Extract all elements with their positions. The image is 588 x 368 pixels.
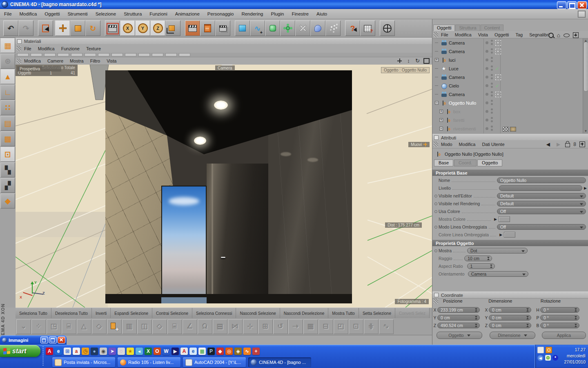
attr-menu-item[interactable]: Dati Utente bbox=[482, 142, 505, 147]
colore-linea-swatch[interactable] bbox=[504, 232, 515, 238]
manager-tab[interactable]: Struttura bbox=[455, 25, 480, 31]
home-icon[interactable]: ⌂ bbox=[557, 32, 560, 38]
object-name[interactable]: Camera bbox=[449, 75, 465, 80]
camera-select-button[interactable] bbox=[105, 20, 120, 36]
quick-launch-icon[interactable]: ◂ bbox=[136, 348, 143, 355]
applica-button[interactable]: Applica bbox=[542, 332, 586, 339]
quick-launch-icon[interactable]: ⊞ bbox=[64, 348, 71, 355]
materials-menu-item[interactable]: Texture bbox=[86, 46, 101, 51]
rot-p-input[interactable]: 0 ° bbox=[540, 315, 579, 321]
mode-axis-button[interactable]: ∟ bbox=[0, 85, 15, 100]
menu-item[interactable]: Personaggio bbox=[207, 11, 234, 16]
layout-icon[interactable] bbox=[578, 11, 586, 18]
plus-box-icon[interactable] bbox=[573, 32, 579, 38]
add-particles-button[interactable] bbox=[325, 20, 341, 36]
immagini-close-button[interactable] bbox=[58, 337, 65, 343]
object-row[interactable]: Camera bbox=[432, 73, 588, 81]
object-state-icon[interactable] bbox=[495, 109, 500, 114]
expand-toggle[interactable]: − bbox=[439, 127, 443, 130]
attr-menu-item[interactable]: Modo bbox=[441, 142, 452, 147]
usa-colore-select[interactable]: Off bbox=[497, 209, 586, 214]
taskbar-clock[interactable]: 17.27 mercoledì 27/01/2010 bbox=[559, 347, 586, 365]
quick-launch-icon[interactable]: ▦ bbox=[198, 348, 206, 355]
render-visibility-dots[interactable] bbox=[491, 126, 493, 132]
object-name[interactable]: faretti bbox=[453, 118, 465, 123]
lock-icon[interactable] bbox=[565, 143, 570, 147]
quick-launch-icon[interactable]: O bbox=[154, 348, 161, 355]
expand-toggle[interactable]: − bbox=[435, 101, 439, 105]
render-settings-button[interactable] bbox=[200, 20, 215, 36]
add-array-button[interactable] bbox=[280, 20, 295, 36]
selection-command-button[interactable]: Espandi Selezione bbox=[111, 308, 152, 319]
tray-clock-icon[interactable] bbox=[546, 347, 552, 353]
mostra-colore-swatch[interactable] bbox=[499, 216, 510, 222]
materials-strip[interactable] bbox=[16, 53, 432, 57]
render-visibility-dots[interactable] bbox=[491, 91, 493, 98]
quick-launch-icon[interactable]: X bbox=[145, 348, 152, 355]
immagini-maximize-button[interactable] bbox=[49, 337, 57, 343]
selection-command-button[interactable]: Converti Selez bbox=[395, 308, 430, 319]
structure-tool-button[interactable]: ▥ bbox=[122, 319, 137, 334]
zoom-view-icon[interactable]: ↕ bbox=[405, 58, 412, 64]
attribute-tab[interactable]: Coord. bbox=[454, 159, 477, 166]
add-spline-button[interactable]: ∿ bbox=[250, 20, 265, 36]
online-help-button[interactable] bbox=[380, 20, 395, 36]
quick-launch-icon[interactable]: ★ bbox=[127, 348, 134, 355]
rotate-view-icon[interactable]: ↻ bbox=[414, 58, 421, 64]
maximize-button[interactable] bbox=[567, 1, 577, 9]
quick-launch-icon[interactable]: ◉ bbox=[100, 348, 107, 355]
expand-toggle[interactable] bbox=[435, 75, 439, 79]
coordinate-system-button[interactable] bbox=[165, 20, 180, 36]
content-browser-button[interactable] bbox=[360, 20, 375, 36]
editor-visibility-dot[interactable] bbox=[486, 110, 488, 113]
structure-tool-button[interactable]: ⊹ bbox=[243, 319, 258, 334]
structure-tool-button[interactable]: ⋈ bbox=[228, 319, 243, 334]
scrollbar-thumb[interactable] bbox=[584, 42, 588, 92]
quick-launch-icon[interactable]: ∿ bbox=[243, 348, 251, 355]
object-name[interactable]: Camera bbox=[449, 40, 465, 45]
selection-command-button[interactable]: Nascondi Deselezione bbox=[280, 308, 329, 319]
tray-collapse-icon[interactable]: ◀ bbox=[537, 355, 543, 361]
object-state-icon[interactable] bbox=[495, 66, 500, 71]
render-view-button[interactable] bbox=[185, 20, 200, 36]
mode-render-region-button[interactable]: ⊛ bbox=[0, 54, 15, 69]
structure-tool-button[interactable]: ⌄ bbox=[16, 319, 31, 334]
camera-label[interactable]: Camera bbox=[215, 65, 235, 71]
task-button[interactable]: AutoCAD 2004 - [Y:\L... bbox=[183, 357, 246, 367]
editor-visibility-dot[interactable] bbox=[486, 127, 488, 130]
viewport-menu-item[interactable]: Filtro bbox=[90, 58, 100, 63]
minimize-button[interactable] bbox=[557, 1, 566, 9]
quick-launch-icon[interactable]: A bbox=[46, 348, 53, 355]
editor-visibility-dot[interactable] bbox=[486, 67, 488, 70]
object-row[interactable]: + luci bbox=[432, 56, 588, 64]
immagini-restore-button[interactable] bbox=[40, 337, 48, 343]
dim-y-input[interactable]: 0 cm bbox=[489, 315, 531, 321]
livello-menu-icon[interactable]: ▶ bbox=[584, 186, 587, 190]
attr-menu-item[interactable]: Modifica bbox=[459, 142, 476, 147]
object-row[interactable]: Luce bbox=[432, 64, 588, 73]
eye-icon[interactable] bbox=[564, 34, 570, 37]
mode-layout-button[interactable]: ▦ bbox=[0, 38, 15, 53]
object-name[interactable]: Camera bbox=[449, 49, 465, 54]
immagini-window-titlebar[interactable]: Immagini bbox=[0, 335, 67, 345]
mode-polygons-button[interactable]: ▩ bbox=[0, 131, 15, 146]
menu-item[interactable]: Strumenti bbox=[67, 11, 87, 16]
selection-command-button[interactable]: Contrai Selezione bbox=[152, 308, 192, 319]
history-forward-icon[interactable]: ▶ bbox=[557, 141, 560, 147]
coordinates-panel-header[interactable]: Coordinate bbox=[432, 292, 588, 298]
expand-arrow-icon[interactable]: ▶ bbox=[494, 217, 497, 221]
selection-command-button[interactable]: Seleziona Tutto bbox=[16, 308, 51, 319]
render-visibility-dots[interactable] bbox=[491, 48, 493, 55]
editor-visibility-dot[interactable] bbox=[486, 76, 488, 79]
materials-menu-item[interactable]: Modifica bbox=[38, 46, 55, 51]
lock-y-button[interactable]: Y bbox=[135, 20, 150, 36]
orientamento-select[interactable]: Camera bbox=[468, 271, 528, 277]
quick-launch-icon[interactable]: ◌ bbox=[118, 348, 125, 355]
mode-texture-axis-button[interactable]: ▞ bbox=[0, 178, 15, 193]
multi-select-icon[interactable]: 8 bbox=[573, 141, 576, 147]
task-button[interactable]: Posta inviata - Micros... bbox=[52, 357, 115, 367]
quick-launch-icon[interactable]: W bbox=[163, 348, 170, 355]
expand-arrow-icon[interactable]: ▶ bbox=[499, 233, 502, 237]
nome-input[interactable]: Oggetto Nullo bbox=[497, 177, 586, 183]
object-state-icon[interactable] bbox=[495, 40, 501, 46]
